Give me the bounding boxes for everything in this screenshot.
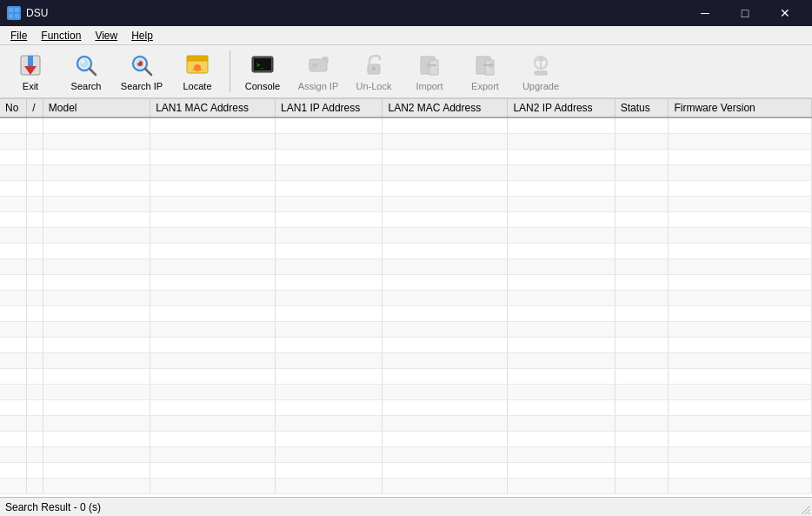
table-cell — [27, 149, 43, 164]
table-cell — [383, 337, 508, 352]
maximize-button[interactable]: □ — [725, 0, 765, 26]
table-row[interactable] — [0, 180, 812, 196]
menu-function[interactable]: Function — [34, 28, 88, 44]
table-cell — [150, 164, 276, 180]
table-cell — [615, 462, 669, 478]
unlock-button[interactable]: Un-Lock — [347, 48, 401, 95]
table-cell — [150, 415, 276, 431]
table-row[interactable] — [0, 290, 812, 305]
table-cell — [615, 399, 669, 415]
table-cell — [508, 352, 615, 368]
table-row[interactable] — [0, 321, 812, 337]
exit-button[interactable]: Exit — [3, 48, 57, 95]
table-cell — [615, 243, 669, 258]
search-ip-button[interactable]: Search IP — [115, 48, 169, 95]
table-row[interactable] — [0, 478, 812, 493]
table-cell — [0, 399, 27, 415]
table-cell — [150, 431, 276, 446]
table-cell — [508, 180, 615, 196]
table-cell — [43, 478, 150, 493]
table-cell — [27, 446, 43, 462]
table-cell — [669, 290, 812, 305]
table-cell — [27, 478, 43, 493]
table-row[interactable] — [0, 399, 812, 415]
svg-point-28 — [372, 67, 376, 70]
locate-label: Locate — [183, 81, 211, 91]
table-cell — [150, 149, 276, 164]
table-cell — [669, 415, 812, 431]
resize-grip — [798, 502, 812, 516]
table-cell — [276, 415, 383, 431]
search-button[interactable]: Search — [59, 48, 113, 95]
search-ip-label: Search IP — [121, 81, 163, 91]
close-button[interactable]: ✕ — [765, 0, 805, 26]
table-row[interactable] — [0, 384, 812, 399]
console-button[interactable]: >_ Console — [236, 48, 290, 95]
table-cell — [615, 321, 669, 337]
table-cell — [669, 368, 812, 384]
table-row[interactable] — [0, 117, 812, 133]
table-cell — [27, 196, 43, 211]
table-row[interactable] — [0, 164, 812, 180]
table-row[interactable] — [0, 431, 812, 446]
menu-view[interactable]: View — [88, 28, 124, 44]
upgrade-button[interactable]: Upgrade — [514, 48, 568, 95]
table-cell — [276, 321, 383, 337]
table-cell — [0, 462, 27, 478]
table-cell — [615, 258, 669, 274]
table-row[interactable] — [0, 352, 812, 368]
table-cell — [0, 478, 27, 493]
device-table: No / Model LAN1 MAC Address LAN1 IP Addr… — [0, 99, 812, 494]
table-row[interactable] — [0, 149, 812, 164]
table-row[interactable] — [0, 462, 812, 478]
table-cell — [276, 290, 383, 305]
table-cell — [276, 258, 383, 274]
search-icon — [72, 51, 100, 79]
menu-file[interactable]: File — [3, 28, 34, 44]
table-row[interactable] — [0, 196, 812, 211]
table-cell — [27, 337, 43, 352]
table-cell — [43, 337, 150, 352]
table-cell — [508, 133, 615, 149]
table-row[interactable] — [0, 368, 812, 384]
table-cell — [43, 117, 150, 133]
menu-help[interactable]: Help — [124, 28, 160, 44]
svg-point-18 — [194, 64, 201, 71]
table-cell — [150, 305, 276, 321]
minimize-button[interactable]: ─ — [685, 0, 725, 26]
table-row[interactable] — [0, 305, 812, 321]
exit-label: Exit — [23, 81, 38, 91]
table-row[interactable] — [0, 274, 812, 290]
table-cell — [0, 133, 27, 149]
import-button[interactable]: Import — [403, 48, 456, 95]
table-row[interactable] — [0, 337, 812, 352]
table-row[interactable] — [0, 227, 812, 243]
table-cell — [508, 368, 615, 384]
locate-button[interactable]: Locate — [170, 48, 224, 95]
table-row[interactable] — [0, 243, 812, 258]
table-cell — [0, 227, 27, 243]
table-row[interactable] — [0, 133, 812, 149]
table-cell — [383, 149, 508, 164]
table-cell — [43, 227, 150, 243]
table-row[interactable] — [0, 415, 812, 431]
table-row[interactable] — [0, 211, 812, 227]
export-button[interactable]: Export — [458, 48, 512, 95]
table-cell — [150, 258, 276, 274]
table-cell — [669, 399, 812, 415]
table-cell — [150, 290, 276, 305]
table-cell — [508, 321, 615, 337]
table-cell — [27, 368, 43, 384]
svg-point-15 — [137, 61, 140, 64]
assign-ip-button[interactable]: IP Assign IP — [291, 48, 345, 95]
table-row[interactable] — [0, 446, 812, 462]
import-icon — [416, 51, 443, 79]
table-cell — [383, 274, 508, 290]
search-ip-icon — [128, 51, 156, 79]
table-row[interactable] — [0, 258, 812, 274]
table-cell — [276, 384, 383, 399]
table-cell — [43, 305, 150, 321]
table-cell — [43, 321, 150, 337]
table-cell — [43, 196, 150, 211]
table-wrapper[interactable]: No / Model LAN1 MAC Address LAN1 IP Addr… — [0, 99, 812, 497]
